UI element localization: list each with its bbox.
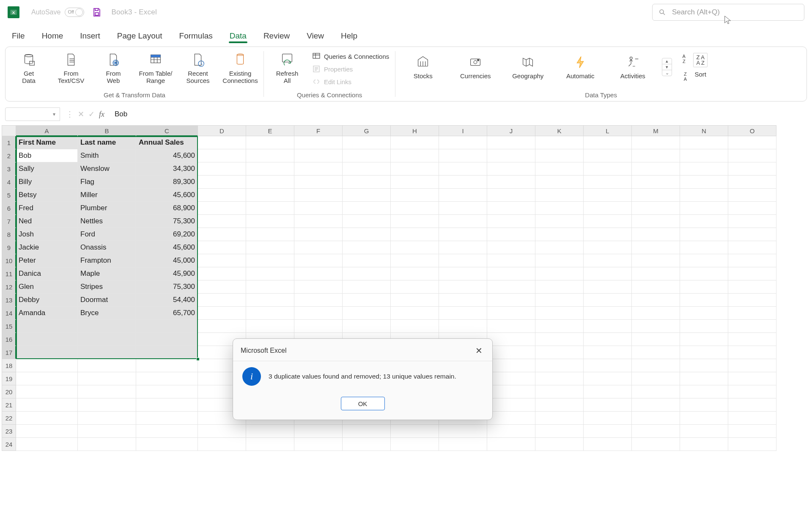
cell-E5[interactable]: [246, 189, 294, 202]
column-header-B[interactable]: B: [78, 125, 136, 136]
cell-C5[interactable]: 45,600: [136, 189, 198, 202]
row-header-12[interactable]: 12: [2, 280, 16, 294]
row-header-18[interactable]: 18: [2, 359, 16, 372]
cell-L23[interactable]: [584, 425, 632, 438]
cell-C11[interactable]: 45,900: [136, 267, 198, 280]
cell-J1[interactable]: [487, 136, 535, 149]
cell-B4[interactable]: Flag: [78, 176, 136, 189]
cell-M23[interactable]: [632, 425, 680, 438]
cell-D11[interactable]: [198, 267, 246, 280]
cell-F10[interactable]: [294, 254, 343, 267]
cell-O15[interactable]: [728, 320, 776, 333]
sort-desc-button[interactable]: ZA: [679, 71, 691, 82]
cell-K6[interactable]: [535, 202, 584, 215]
cell-O23[interactable]: [728, 425, 776, 438]
cell-L11[interactable]: [584, 267, 632, 280]
cell-B13[interactable]: Doormat: [78, 294, 136, 307]
cell-G7[interactable]: [343, 215, 391, 228]
data-type-stocks[interactable]: Stocks: [400, 54, 446, 80]
cell-K4[interactable]: [535, 176, 584, 189]
cell-O2[interactable]: [728, 149, 776, 162]
save-icon[interactable]: [92, 7, 102, 17]
cell-N23[interactable]: [680, 425, 728, 438]
cell-C17[interactable]: [136, 346, 198, 359]
cell-G8[interactable]: [343, 228, 391, 241]
cell-A14[interactable]: Amanda: [16, 307, 78, 320]
cell-L13[interactable]: [584, 294, 632, 307]
cell-J12[interactable]: [487, 280, 535, 294]
cell-K9[interactable]: [535, 241, 584, 254]
cell-C21[interactable]: [136, 398, 198, 412]
autosave-switch[interactable]: Off: [65, 8, 84, 17]
cell-M11[interactable]: [632, 267, 680, 280]
cell-E13[interactable]: [246, 294, 294, 307]
cell-L14[interactable]: [584, 307, 632, 320]
cell-F9[interactable]: [294, 241, 343, 254]
cell-F2[interactable]: [294, 149, 343, 162]
cell-I11[interactable]: [439, 267, 487, 280]
cell-I5[interactable]: [439, 189, 487, 202]
cell-A24[interactable]: [16, 438, 78, 451]
cell-H7[interactable]: [391, 215, 439, 228]
cell-E15[interactable]: [246, 320, 294, 333]
cell-C14[interactable]: 65,700: [136, 307, 198, 320]
cell-B8[interactable]: Ford: [78, 228, 136, 241]
cell-C15[interactable]: [136, 320, 198, 333]
cell-B21[interactable]: [78, 398, 136, 412]
cell-E3[interactable]: [246, 162, 294, 176]
cell-F8[interactable]: [294, 228, 343, 241]
column-header-A[interactable]: A: [16, 125, 78, 136]
formula-input[interactable]: Bob: [110, 107, 807, 121]
chevron-down-icon[interactable]: ▾: [53, 111, 55, 117]
cell-C18[interactable]: [136, 359, 198, 372]
cell-O22[interactable]: [728, 412, 776, 425]
cell-A3[interactable]: Sally: [16, 162, 78, 176]
cell-N3[interactable]: [680, 162, 728, 176]
cell-F5[interactable]: [294, 189, 343, 202]
cell-F23[interactable]: [294, 425, 343, 438]
cell-J23[interactable]: [487, 425, 535, 438]
tab-review[interactable]: Review: [261, 27, 292, 47]
cell-B3[interactable]: Wenslow: [78, 162, 136, 176]
cell-D23[interactable]: [198, 425, 246, 438]
cell-N1[interactable]: [680, 136, 728, 149]
cell-H3[interactable]: [391, 162, 439, 176]
cell-M13[interactable]: [632, 294, 680, 307]
cell-C7[interactable]: 75,300: [136, 215, 198, 228]
cell-O17[interactable]: [728, 346, 776, 359]
cell-N14[interactable]: [680, 307, 728, 320]
sort-asc-button[interactable]: AZ: [678, 53, 690, 65]
tab-page-layout[interactable]: Page Layout: [115, 27, 165, 47]
cell-K19[interactable]: [535, 372, 584, 385]
cell-O24[interactable]: [728, 438, 776, 451]
cell-A13[interactable]: Debby: [16, 294, 78, 307]
cell-K15[interactable]: [535, 320, 584, 333]
cell-J14[interactable]: [487, 307, 535, 320]
cell-D8[interactable]: [198, 228, 246, 241]
cell-M8[interactable]: [632, 228, 680, 241]
cell-O18[interactable]: [728, 359, 776, 372]
cell-H23[interactable]: [391, 425, 439, 438]
cell-D15[interactable]: [198, 320, 246, 333]
cell-E11[interactable]: [246, 267, 294, 280]
cell-F7[interactable]: [294, 215, 343, 228]
cell-O10[interactable]: [728, 254, 776, 267]
cell-J10[interactable]: [487, 254, 535, 267]
row-header-15[interactable]: 15: [2, 320, 16, 333]
cell-G10[interactable]: [343, 254, 391, 267]
cell-A18[interactable]: [16, 359, 78, 372]
cell-C13[interactable]: 54,400: [136, 294, 198, 307]
cell-E4[interactable]: [246, 176, 294, 189]
row-header-23[interactable]: 23: [2, 425, 16, 438]
cell-O21[interactable]: [728, 398, 776, 412]
cell-G11[interactable]: [343, 267, 391, 280]
cell-E24[interactable]: [246, 438, 294, 451]
row-header-20[interactable]: 20: [2, 385, 16, 398]
cell-C24[interactable]: [136, 438, 198, 451]
cell-B22[interactable]: [78, 412, 136, 425]
cell-G24[interactable]: [343, 438, 391, 451]
column-header-H[interactable]: H: [391, 125, 439, 136]
data-type-automatic[interactable]: Automatic: [557, 54, 604, 80]
cell-B11[interactable]: Maple: [78, 267, 136, 280]
cell-A21[interactable]: [16, 398, 78, 412]
